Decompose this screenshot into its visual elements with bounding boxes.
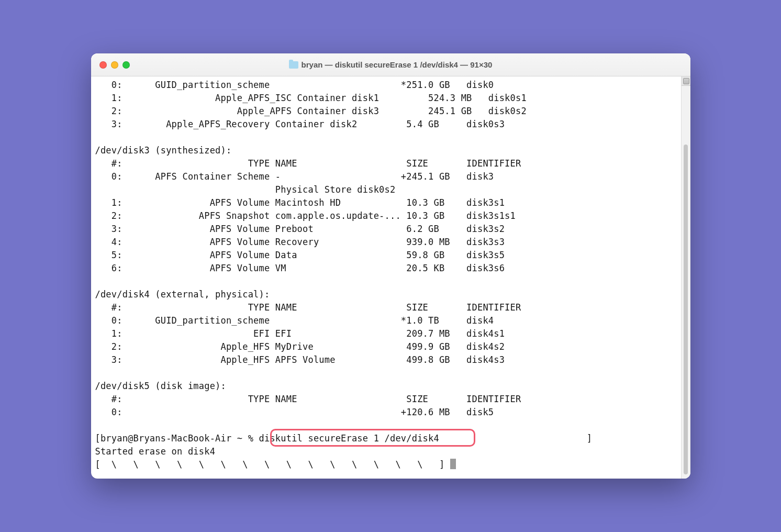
output-line: Started erase on disk4 bbox=[95, 446, 216, 457]
scrollbar[interactable] bbox=[681, 76, 690, 479]
folder-icon bbox=[289, 61, 298, 69]
output-line: Physical Store disk0s2 bbox=[95, 184, 396, 195]
output-line: 2: APFS Snapshot com.apple.os.update-...… bbox=[95, 210, 516, 221]
zoom-button[interactable] bbox=[122, 61, 130, 69]
output-line: 0: GUID_partition_scheme *1.0 TB disk4 bbox=[95, 315, 494, 326]
scroll-thumb[interactable] bbox=[684, 145, 688, 474]
content-area: 0: GUID_partition_scheme *251.0 GB disk0… bbox=[91, 76, 690, 479]
progress-line: [ \ \ \ \ \ \ \ \ \ \ \ \ \ \ \ ] bbox=[95, 459, 450, 470]
prompt-left: [bryan@Bryans-MacBook-Air ~ % bbox=[95, 433, 259, 444]
output-line: 5: APFS Volume Data 59.8 GB disk3s5 bbox=[95, 250, 505, 260]
title-wrap: bryan — diskutil secureErase 1 /dev/disk… bbox=[91, 60, 690, 69]
output-line: #: TYPE NAME SIZE IDENTIFIER bbox=[95, 302, 521, 313]
terminal-window: bryan — diskutil secureErase 1 /dev/disk… bbox=[91, 53, 690, 479]
output-line: 0: APFS Container Scheme - +245.1 GB dis… bbox=[95, 171, 494, 182]
output-line: /dev/disk3 (synthesized): bbox=[95, 145, 232, 156]
output-line: #: TYPE NAME SIZE IDENTIFIER bbox=[95, 158, 521, 169]
minimize-button[interactable] bbox=[111, 61, 118, 69]
cursor bbox=[450, 459, 456, 469]
window-title: bryan — diskutil secureErase 1 /dev/disk… bbox=[302, 60, 493, 69]
output-line: #: TYPE NAME SIZE IDENTIFIER bbox=[95, 394, 521, 404]
output-line: 4: APFS Volume Recovery 939.0 MB disk3s3 bbox=[95, 237, 505, 247]
output-line: 3: APFS Volume Preboot 6.2 GB disk3s2 bbox=[95, 224, 505, 234]
output-line: 1: EFI EFI 209.7 MB disk4s1 bbox=[95, 328, 505, 339]
output-line: 1: Apple_APFS_ISC Container disk1 524.3 … bbox=[95, 93, 527, 103]
titlebar: bryan — diskutil secureErase 1 /dev/disk… bbox=[91, 53, 690, 76]
output-line: 1: APFS Volume Macintosh HD 10.3 GB disk… bbox=[95, 197, 505, 208]
window-controls bbox=[91, 61, 130, 69]
output-line: 0: GUID_partition_scheme *251.0 GB disk0 bbox=[95, 80, 494, 90]
output-line: 2: Apple_APFS Container disk3 245.1 GB d… bbox=[95, 106, 527, 116]
output-line: 3: Apple_HFS APFS Volume 499.8 GB disk4s… bbox=[95, 354, 505, 365]
output-line: /dev/disk4 (external, physical): bbox=[95, 289, 270, 300]
terminal-output[interactable]: 0: GUID_partition_scheme *251.0 GB disk0… bbox=[91, 76, 681, 479]
output-line: /dev/disk5 (disk image): bbox=[95, 381, 226, 391]
close-button[interactable] bbox=[99, 61, 107, 69]
output-line: 2: Apple_HFS MyDrive 499.9 GB disk4s2 bbox=[95, 341, 505, 352]
output-line: 0: +120.6 MB disk5 bbox=[95, 407, 494, 417]
scroll-top-icon[interactable] bbox=[682, 76, 690, 86]
prompt-right: ] bbox=[439, 433, 592, 444]
prompt-command: diskutil secureErase 1 /dev/disk4 bbox=[259, 433, 439, 444]
output-line: 6: APFS Volume VM 20.5 KB disk3s6 bbox=[95, 263, 505, 273]
output-line: 3: Apple_APFS_Recovery Container disk2 5… bbox=[95, 119, 505, 129]
